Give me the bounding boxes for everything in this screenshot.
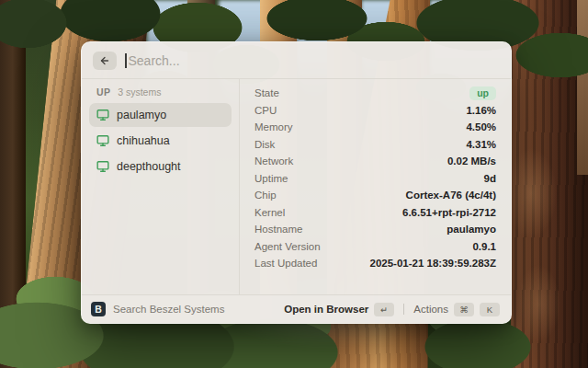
detail-rows: State up CPU 1.16% Memory 4.50% Disk 4.3… — [254, 85, 496, 272]
systems-list-panel: UP 3 systems paulamyo chihuahua — [82, 79, 240, 294]
footer-app-label: Search Beszel Systems — [113, 304, 275, 315]
detail-value: 6.6.51+rpt-rpi-2712 — [402, 207, 496, 218]
footer-divider — [403, 304, 404, 315]
detail-label: Uptime — [254, 173, 288, 184]
monitor-icon — [96, 160, 109, 173]
command-key-icon: ⌘ — [454, 303, 474, 316]
detail-row: Kernel 6.6.51+rpt-rpi-2712 — [254, 204, 496, 222]
detail-label: Memory — [254, 121, 293, 132]
system-detail-panel: State up CPU 1.16% Memory 4.50% Disk 4.3… — [240, 79, 511, 294]
actions-label: Actions — [413, 304, 448, 315]
detail-value: 2025-01-21 18:39:59.283Z — [370, 258, 496, 269]
detail-row: Chip Cortex-A76 (4c/4t) — [254, 187, 496, 204]
detail-row: Agent Version 0.9.1 — [254, 238, 496, 256]
detail-label: CPU — [254, 105, 277, 116]
system-list-item[interactable]: paulamyo — [89, 103, 232, 127]
actions-button[interactable]: Actions ⌘ K — [412, 301, 502, 318]
detail-label: Network — [254, 155, 293, 167]
systems-group-header: UP 3 systems — [89, 85, 232, 103]
beszel-logo-icon: B — [91, 302, 106, 316]
detail-value: 1.16% — [466, 105, 496, 116]
monitor-icon — [96, 109, 109, 121]
palette-footer: B Search Beszel Systems Open in Browser … — [82, 294, 511, 323]
detail-value: Cortex-A76 (4c/4t) — [406, 190, 496, 201]
search-bar — [82, 42, 511, 79]
system-name: chihuahua — [117, 134, 170, 147]
detail-label: State — [254, 87, 279, 98]
detail-label: Chip — [254, 190, 277, 201]
detail-label: Hostname — [254, 224, 302, 235]
detail-row: Uptime 9d — [254, 170, 496, 188]
palette-body: UP 3 systems paulamyo chihuahua — [82, 79, 511, 294]
command-palette: UP 3 systems paulamyo chihuahua — [81, 41, 512, 324]
detail-row: CPU 1.16% — [254, 102, 496, 120]
detail-label: Disk — [254, 139, 275, 150]
detail-label: Last Updated — [254, 258, 317, 269]
detail-value: 4.50% — [466, 121, 496, 132]
group-label: UP — [96, 86, 110, 98]
detail-row: Last Updated 2025-01-21 18:39:59.283Z — [254, 255, 496, 272]
system-list-item[interactable]: chihuahua — [89, 129, 232, 153]
k-key-icon: K — [480, 303, 500, 316]
detail-row: Disk 4.31% — [254, 136, 496, 154]
detail-row: Network 0.02 MB/s — [254, 153, 496, 170]
system-list-item[interactable]: deepthought — [89, 155, 232, 178]
system-name: paulamyo — [117, 109, 166, 121]
system-name: deepthought — [117, 160, 181, 173]
detail-value: paulamyo — [447, 224, 496, 235]
detail-label: Kernel — [254, 207, 285, 218]
status-badge: up — [469, 86, 496, 100]
arrow-left-icon — [99, 55, 110, 66]
detail-value: 9d — [484, 173, 496, 184]
return-key-icon: ↵ — [374, 303, 394, 316]
open-in-browser-button[interactable]: Open in Browser ↵ — [282, 301, 396, 318]
open-in-browser-label: Open in Browser — [284, 304, 368, 315]
detail-value: 0.9.1 — [472, 241, 496, 252]
search-input[interactable] — [127, 53, 501, 68]
detail-row: State up — [254, 85, 496, 102]
systems-list: paulamyo chihuahua deepthought — [89, 103, 232, 178]
detail-value: 0.02 MB/s — [447, 155, 496, 167]
group-count: 3 systems — [118, 86, 161, 98]
search-field-wrap — [125, 53, 500, 68]
detail-row: Hostname paulamyo — [254, 221, 496, 238]
desktop: { "search": { "placeholder": "Search..."… — [0, 0, 588, 368]
detail-row: Memory 4.50% — [254, 119, 496, 136]
detail-value: 4.31% — [466, 139, 496, 150]
detail-label: Agent Version — [254, 241, 321, 252]
monitor-icon — [96, 134, 109, 147]
back-button[interactable] — [93, 52, 117, 70]
